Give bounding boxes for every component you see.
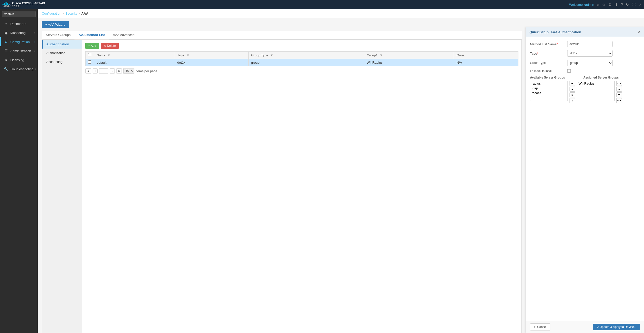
server-groups-section: Available Server Groups Assigned Server …: [530, 76, 640, 103]
bookmark-icon[interactable]: ☆: [602, 3, 605, 7]
transfer-right-all-button[interactable]: »: [570, 92, 575, 97]
transfer-left-all-button[interactable]: «: [570, 98, 575, 103]
refresh-icon[interactable]: ↻: [626, 3, 629, 7]
svg-text:CISCO: CISCO: [3, 4, 11, 7]
group-type-select[interactable]: group local none: [567, 60, 613, 66]
pagination-bar: « ‹ 1 › » 10 25 50 Items: [85, 68, 518, 74]
assigned-server-groups-list[interactable]: WinRadius: [577, 81, 615, 101]
troubleshooting-icon: 🔧: [4, 67, 8, 71]
external-icon[interactable]: ↗: [638, 3, 641, 7]
filter-icon[interactable]: ▼: [186, 53, 190, 57]
transfer-right-button[interactable]: ►: [570, 81, 575, 86]
select-all-checkbox[interactable]: [88, 53, 91, 56]
help-icon[interactable]: ?: [621, 3, 623, 7]
monitoring-icon: ◉: [4, 31, 8, 35]
device-version: 17.6.4: [12, 5, 45, 8]
last-page-button[interactable]: »: [116, 68, 122, 73]
items-per-page-select[interactable]: 10 25 50: [123, 68, 134, 74]
server-groups-title-row: Available Server Groups Assigned Server …: [530, 76, 640, 79]
sub-nav-authorization[interactable]: Authorization: [42, 49, 82, 57]
filter-icon[interactable]: ▼: [107, 53, 110, 57]
settings-icon[interactable]: ⚙: [609, 3, 612, 7]
quick-setup-body: Method List Name* Type* dot1x login enab…: [526, 37, 644, 321]
col-group2-header: Grou...: [454, 52, 518, 59]
configuration-icon: ⚙: [4, 40, 8, 44]
update-apply-button[interactable]: ↺ Update & Apply to Device...: [593, 324, 640, 330]
row-name-cell: default: [94, 59, 175, 66]
col-name-header: Name ▼: [94, 52, 175, 59]
order-up-button[interactable]: ▲: [616, 87, 622, 92]
breadcrumb-configuration[interactable]: Configuration: [42, 12, 61, 15]
sidebar-item-label: Troubleshooting: [10, 67, 33, 71]
brand: CISCO Cisco C9200L-48T-4X 17.6.4: [3, 1, 45, 8]
first-page-button[interactable]: «: [85, 68, 91, 73]
fallback-label: Fallback to local: [530, 69, 565, 73]
order-buttons: ▲▲ ▲ ▼ ▼▼: [616, 81, 623, 103]
breadcrumb-sep-1: ›: [63, 12, 64, 15]
type-select[interactable]: dot1x login enable ppp: [567, 50, 613, 57]
device-name: Cisco C9200L-48T-4X: [12, 1, 45, 5]
main-content: + AAA Wizard Servers / Groups AAA Method…: [38, 18, 526, 333]
breadcrumb-security[interactable]: Security: [65, 12, 77, 15]
sidebar-item-label: Dashboard: [10, 22, 26, 26]
sub-nav-accounting[interactable]: Accounting: [42, 57, 82, 66]
filter-icon[interactable]: ▼: [380, 53, 383, 57]
available-server-groups-list[interactable]: radius ldap tacacs+: [530, 81, 568, 101]
sidebar-item-configuration[interactable]: ⚙ Configuration ›: [0, 37, 38, 46]
tab-aaa-advanced[interactable]: AAA Advanced: [109, 31, 139, 39]
chevron-right-icon: ›: [35, 68, 36, 70]
filter-icon[interactable]: ▼: [270, 53, 273, 57]
aaa-wizard-button[interactable]: + AAA Wizard: [42, 21, 69, 28]
table-row[interactable]: default dot1x group WinRadius N/A: [86, 59, 518, 66]
delete-button[interactable]: ✕ Delete: [101, 43, 119, 49]
quick-setup-header: Quick Setup: AAA Authentication ×: [526, 27, 644, 37]
order-bottom-button[interactable]: ▼▼: [616, 98, 622, 103]
sub-nav-authentication[interactable]: Authentication: [42, 40, 82, 49]
chevron-right-icon: ›: [34, 31, 35, 34]
upload-icon[interactable]: ⬆: [615, 3, 618, 7]
next-page-button[interactable]: ›: [110, 68, 115, 73]
transfer-left-button[interactable]: ◄: [570, 87, 575, 92]
method-list-name-row: Method List Name*: [530, 41, 640, 47]
sidebar-item-label: Configuration: [10, 40, 30, 44]
tab-aaa-method-list[interactable]: AAA Method List: [74, 31, 109, 39]
type-label: Type*: [530, 52, 565, 55]
quick-setup-panel: Quick Setup: AAA Authentication × Method…: [526, 27, 644, 333]
add-button[interactable]: + Add: [85, 43, 99, 49]
dashboard-icon: ▪: [4, 22, 8, 26]
sidebar-item-label: Licensing: [10, 58, 24, 62]
method-list-name-input[interactable]: [567, 41, 613, 47]
available-server-groups-label: Available Server Groups: [530, 76, 568, 79]
home-icon[interactable]: ⌂: [597, 3, 599, 7]
sidebar-item-licensing[interactable]: ◈ Licensing: [0, 55, 38, 64]
method-list-name-label: Method List Name*: [530, 42, 565, 46]
sidebar-item-monitoring[interactable]: ◉ Monitoring ›: [0, 28, 38, 37]
content-area: Configuration › Security › AAA + AAA Wiz…: [38, 9, 644, 333]
tab-servers-groups[interactable]: Servers / Groups: [42, 31, 74, 39]
fallback-row: Fallback to local: [530, 69, 640, 73]
group-type-row: Group Type group local none: [530, 60, 640, 66]
prev-page-button[interactable]: ‹: [93, 68, 98, 73]
quick-setup-title: Quick Setup: AAA Authentication: [529, 30, 581, 34]
items-per-page: 10 25 50 Items per page: [123, 68, 157, 74]
col-type-header: Type ▼: [175, 52, 248, 59]
main-layout: ▪ Dashboard ◉ Monitoring › ⚙ Configurati…: [0, 9, 644, 333]
cancel-button[interactable]: ↩ Cancel: [530, 323, 550, 330]
sidebar-item-troubleshooting[interactable]: 🔧 Troubleshooting ›: [0, 64, 38, 73]
chevron-right-icon: ›: [34, 41, 35, 43]
sidebar-item-dashboard[interactable]: ▪ Dashboard: [0, 19, 38, 28]
data-table: Name ▼ Type ▼ Group Type: [85, 51, 518, 66]
tab-content-area: Authentication Authorization Accounting …: [42, 40, 522, 333]
sidebar-search-container: [0, 9, 38, 19]
fallback-checkbox[interactable]: [567, 69, 571, 73]
col-group-type-header: Group Type ▼: [248, 52, 364, 59]
row-checkbox[interactable]: [88, 60, 91, 64]
row-group2-cell: N/A: [454, 59, 518, 66]
page-number-input[interactable]: 1: [99, 68, 108, 73]
sidebar-item-administration[interactable]: ☰ Administration ›: [0, 46, 38, 55]
order-top-button[interactable]: ▲▲: [616, 81, 622, 86]
expand-icon[interactable]: ⛶: [632, 3, 635, 7]
search-input[interactable]: [2, 11, 36, 17]
quick-setup-close-button[interactable]: ×: [638, 30, 640, 34]
order-down-button[interactable]: ▼: [616, 92, 622, 97]
